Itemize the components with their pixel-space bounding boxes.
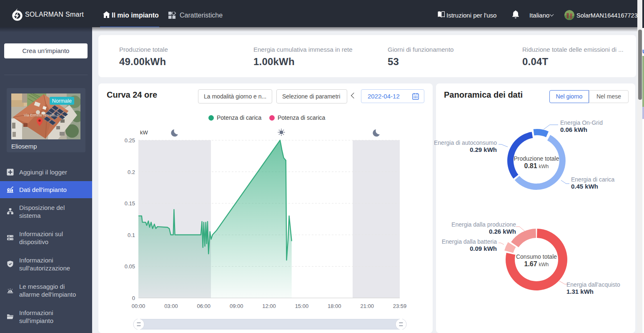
svg-text:0: 0: [132, 295, 135, 301]
svg-text:23:59: 23:59: [393, 303, 407, 309]
svg-text:09:00: 09:00: [230, 303, 243, 309]
svg-text:0.15: 0.15: [125, 200, 135, 207]
svg-text:0.05: 0.05: [125, 263, 135, 270]
svg-text:15:00: 15:00: [295, 303, 309, 309]
svg-text:0.2: 0.2: [128, 169, 135, 175]
svg-text:06:00: 06:00: [197, 303, 211, 309]
svg-text:21:00: 21:00: [360, 303, 374, 309]
svg-text:kW: kW: [140, 129, 148, 136]
svg-text:00:00: 00:00: [132, 303, 145, 309]
svg-text:Via Ermete Novelli, 3: Via Ermete Novelli, 3: [24, 113, 59, 117]
svg-text:18:00: 18:00: [328, 303, 341, 309]
svg-text:03:00: 03:00: [164, 303, 178, 309]
svg-text:12:00: 12:00: [262, 303, 276, 309]
svg-text:0.1: 0.1: [128, 232, 135, 238]
svg-text:0.25: 0.25: [125, 137, 135, 144]
